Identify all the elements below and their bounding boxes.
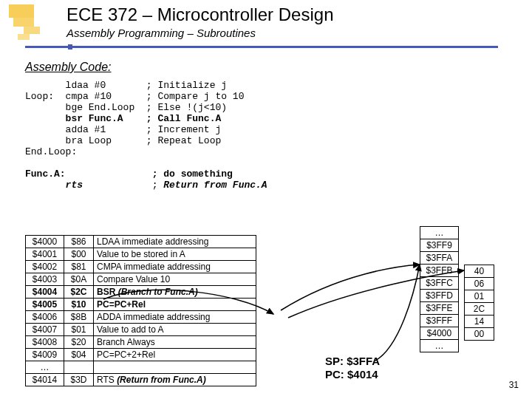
stack-addr-cell: …	[420, 227, 459, 239]
mem-addr: …	[26, 361, 64, 374]
mem-addr: $4002	[26, 261, 64, 273]
code-line: bra Loop ; Repeat Loop	[25, 135, 221, 146]
mem-addr: $4008	[26, 336, 64, 349]
mem-value: $10	[64, 299, 94, 311]
section-heading: Assembly Code:	[25, 61, 112, 74]
mem-value: $86	[64, 236, 94, 248]
mem-desc: Value to be stored in A	[94, 248, 256, 261]
mem-desc: BSR (Branch to Func.A)	[94, 286, 256, 299]
memory-table: $4000$86LDAA immediate addressing$4001$0…	[25, 235, 256, 386]
stack-val-cell: 01	[465, 290, 494, 303]
sp-register: SP: $3FFA	[325, 355, 380, 368]
stack-val-cell: 2C	[465, 303, 494, 316]
stack-value-table: 4006012C1400	[464, 265, 494, 341]
stack-addr-cell: $3FF9	[420, 239, 459, 252]
mem-addr: $4014	[26, 374, 64, 386]
stack-addr-cell: $3FFF	[420, 315, 459, 327]
stack-val-cell: 00	[465, 328, 494, 341]
code-line: ldaa #0 ; Initialize j	[25, 80, 227, 91]
stack-val-cell: 06	[465, 278, 494, 290]
mem-value: $2C	[64, 286, 94, 299]
stack-addr-cell: $4000	[420, 327, 459, 340]
mem-value: $04	[64, 349, 94, 361]
stack-addr-cell: $3FFC	[420, 277, 459, 290]
mem-desc: Compare Value 10	[94, 273, 256, 286]
mem-value: $01	[64, 324, 94, 336]
code-line-bsr: bsr Func.A ; Call Func.A	[25, 113, 221, 124]
mem-desc	[94, 361, 256, 374]
code-line: adda #1 ; Increment j	[25, 124, 221, 135]
mem-value: $8B	[64, 311, 94, 324]
pc-register: PC: $4014	[325, 368, 380, 381]
mem-desc: RTS (Return from Func.A)	[94, 374, 256, 386]
mem-desc: Value to add to A	[94, 324, 256, 336]
mem-addr: $4005	[26, 299, 64, 311]
mem-value: $3D	[64, 374, 94, 386]
register-display: SP: $3FFA PC: $4014	[325, 355, 380, 381]
code-line: bge End.Loop ; Else !(j<10)	[25, 102, 227, 113]
mem-desc: LDAA immediate addressing	[94, 236, 256, 248]
header-rule	[25, 46, 498, 48]
mem-desc: Branch Always	[94, 336, 256, 349]
mem-desc: PC=PC+2+Rel	[94, 349, 256, 361]
code-line: Loop: cmpa #10 ; Compare j to 10	[25, 91, 244, 102]
assembly-code-block: ldaa #0 ; Initialize j Loop: cmpa #10 ; …	[25, 80, 267, 191]
stack-val-cell: 14	[465, 316, 494, 328]
mem-addr: $4007	[26, 324, 64, 336]
mem-addr: $4006	[26, 311, 64, 324]
mem-value: $20	[64, 336, 94, 349]
mem-addr: $4004	[26, 286, 64, 299]
code-line-funca: Func.A: ; do something	[25, 168, 233, 180]
stack-addr-cell: $3FFA	[420, 252, 459, 265]
mem-addr: $4009	[26, 349, 64, 361]
stack-addr-cell: $3FFE	[420, 302, 459, 315]
mem-value: $00	[64, 248, 94, 261]
mem-value: $81	[64, 261, 94, 273]
mem-value: $0A	[64, 273, 94, 286]
stack-val-cell: 40	[465, 265, 494, 278]
code-line: End.Loop:	[25, 146, 77, 157]
slide-subtitle: Assembly Programming – Subroutines	[66, 27, 256, 39]
page-number: 31	[509, 380, 519, 390]
mem-desc: ADDA immediate addressing	[94, 311, 256, 324]
mem-addr: $4003	[26, 273, 64, 286]
stack-addr-cell: $3FFB	[420, 265, 459, 277]
code-blank	[25, 157, 31, 168]
mem-addr: $4001	[26, 248, 64, 261]
mem-desc: CMPA immediate addressing	[94, 261, 256, 273]
stack-addr-cell: $3FFD	[420, 290, 459, 302]
mem-value	[64, 361, 94, 374]
code-line-rts: rts ; Return from Func.A	[25, 180, 267, 191]
stack-address-table: …$3FF9$3FFA$3FFB$3FFC$3FFD$3FFE$3FFF$400…	[420, 226, 459, 352]
mem-desc: PC=PC+Rel	[94, 299, 256, 311]
header-rule-notch	[68, 44, 72, 50]
slide-title: ECE 372 – Microcontroller Design	[66, 4, 334, 25]
stack-addr-cell: …	[420, 340, 459, 352]
mem-addr: $4000	[26, 236, 64, 248]
